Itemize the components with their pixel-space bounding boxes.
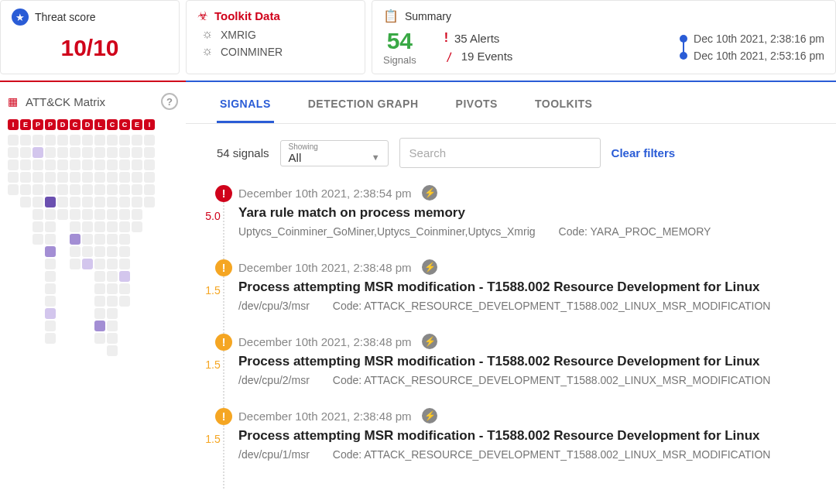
- tactic-badge[interactable]: C: [107, 119, 118, 130]
- matrix-cell[interactable]: [94, 184, 105, 195]
- matrix-cell[interactable]: [107, 221, 118, 232]
- matrix-cell[interactable]: [119, 172, 130, 183]
- matrix-cell[interactable]: [119, 296, 130, 307]
- matrix-cell[interactable]: [119, 147, 130, 158]
- bolt-icon[interactable]: ⚡: [422, 259, 437, 275]
- matrix-cell[interactable]: [70, 234, 81, 245]
- tactic-badge[interactable]: C: [70, 119, 81, 130]
- matrix-cell[interactable]: [57, 147, 68, 158]
- matrix-cell[interactable]: [107, 246, 118, 257]
- search-input[interactable]: [399, 138, 601, 168]
- matrix-cell[interactable]: [107, 197, 118, 207]
- matrix-cell[interactable]: [45, 308, 56, 319]
- matrix-cell[interactable]: [70, 259, 81, 269]
- matrix-cell[interactable]: [107, 234, 118, 245]
- matrix-cell[interactable]: [144, 159, 155, 170]
- matrix-cell[interactable]: [33, 234, 43, 245]
- help-icon[interactable]: ?: [161, 93, 178, 110]
- signal-item[interactable]: !1.5December 10th 2021, 2:38:48 pm⚡Proce…: [207, 326, 817, 400]
- matrix-cell[interactable]: [33, 221, 43, 232]
- matrix-cell[interactable]: [107, 308, 118, 319]
- matrix-cell[interactable]: [70, 135, 81, 146]
- tactic-badge[interactable]: I: [8, 119, 19, 130]
- matrix-cell[interactable]: [33, 184, 43, 195]
- matrix-cell[interactable]: [45, 283, 56, 294]
- matrix-cell[interactable]: [119, 184, 130, 195]
- matrix-cell[interactable]: [57, 172, 68, 183]
- matrix-cell[interactable]: [119, 209, 130, 220]
- matrix-cell[interactable]: [132, 221, 142, 232]
- matrix-cell[interactable]: [107, 135, 118, 146]
- matrix-cell[interactable]: [45, 271, 56, 282]
- matrix-cell[interactable]: [132, 197, 142, 207]
- matrix-cell[interactable]: [20, 184, 31, 195]
- bolt-icon[interactable]: ⚡: [422, 334, 437, 349]
- matrix-cell[interactable]: [57, 209, 68, 220]
- tab-toolkits[interactable]: TOOLKITS: [532, 93, 596, 123]
- matrix-cell[interactable]: [82, 221, 93, 232]
- matrix-cell[interactable]: [82, 209, 93, 220]
- matrix-cell[interactable]: [82, 172, 93, 183]
- tab-signals[interactable]: SIGNALS: [217, 93, 274, 123]
- matrix-cell[interactable]: [144, 147, 155, 158]
- matrix-cell[interactable]: [94, 159, 105, 170]
- matrix-cell[interactable]: [94, 135, 105, 146]
- matrix-cell[interactable]: [94, 221, 105, 232]
- toolkit-item[interactable]: ⛭XMRIG: [197, 28, 354, 42]
- matrix-cell[interactable]: [82, 259, 93, 269]
- matrix-cell[interactable]: [33, 209, 43, 220]
- matrix-cell[interactable]: [70, 159, 81, 170]
- matrix-cell[interactable]: [82, 184, 93, 195]
- showing-filter[interactable]: Showing All▼: [280, 140, 389, 166]
- matrix-cell[interactable]: [94, 271, 105, 282]
- matrix-cell[interactable]: [94, 246, 105, 257]
- signal-item[interactable]: !5.0December 10th 2021, 2:38:54 pm⚡Yara …: [207, 177, 817, 252]
- matrix-cell[interactable]: [33, 147, 43, 158]
- tactic-badge[interactable]: L: [94, 119, 105, 130]
- matrix-cell[interactable]: [8, 159, 19, 170]
- signal-item[interactable]: !1.5December 10th 2021, 2:38:48 pm⚡Proce…: [207, 252, 817, 326]
- matrix-cell[interactable]: [144, 184, 155, 195]
- matrix-cell[interactable]: [70, 197, 81, 207]
- matrix-cell[interactable]: [45, 147, 56, 158]
- matrix-cell[interactable]: [94, 147, 105, 158]
- matrix-cell[interactable]: [82, 159, 93, 170]
- matrix-cell[interactable]: [119, 259, 130, 269]
- matrix-cell[interactable]: [45, 259, 56, 269]
- bolt-icon[interactable]: ⚡: [422, 408, 437, 423]
- matrix-cell[interactable]: [107, 159, 118, 170]
- matrix-cell[interactable]: [119, 246, 130, 257]
- matrix-cell[interactable]: [107, 296, 118, 307]
- matrix-cell[interactable]: [45, 333, 56, 344]
- matrix-cell[interactable]: [57, 197, 68, 207]
- matrix-cell[interactable]: [8, 147, 19, 158]
- tactic-badge[interactable]: D: [57, 119, 68, 130]
- matrix-cell[interactable]: [94, 209, 105, 220]
- matrix-cell[interactable]: [45, 321, 56, 331]
- matrix-cell[interactable]: [70, 221, 81, 232]
- tab-pivots[interactable]: PIVOTS: [453, 93, 501, 123]
- matrix-cell[interactable]: [94, 308, 105, 319]
- matrix-cell[interactable]: [119, 197, 130, 207]
- matrix-cell[interactable]: [94, 321, 105, 331]
- tactic-badge[interactable]: P: [33, 119, 43, 130]
- matrix-cell[interactable]: [45, 209, 56, 220]
- matrix-cell[interactable]: [20, 197, 31, 207]
- matrix-cell[interactable]: [144, 197, 155, 207]
- matrix-cell[interactable]: [132, 172, 142, 183]
- matrix-cell[interactable]: [94, 333, 105, 344]
- tactic-badge[interactable]: I: [144, 119, 155, 130]
- matrix-cell[interactable]: [45, 234, 56, 245]
- matrix-cell[interactable]: [107, 147, 118, 158]
- matrix-cell[interactable]: [94, 197, 105, 207]
- matrix-cell[interactable]: [20, 159, 31, 170]
- matrix-cell[interactable]: [119, 271, 130, 282]
- matrix-cell[interactable]: [45, 172, 56, 183]
- matrix-cell[interactable]: [94, 172, 105, 183]
- matrix-cell[interactable]: [107, 209, 118, 220]
- matrix-cell[interactable]: [119, 159, 130, 170]
- matrix-cell[interactable]: [107, 271, 118, 282]
- matrix-cell[interactable]: [132, 159, 142, 170]
- matrix-cell[interactable]: [132, 135, 142, 146]
- tactic-badge[interactable]: E: [20, 119, 31, 130]
